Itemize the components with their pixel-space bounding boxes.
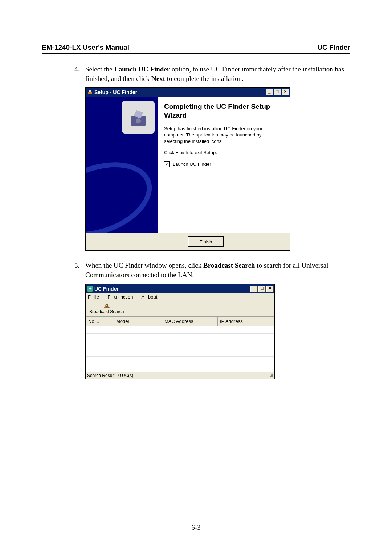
svg-rect-1 (89, 90, 91, 92)
header-right: UC Finder (317, 44, 350, 52)
svg-rect-0 (88, 92, 92, 94)
table-row (86, 326, 274, 333)
col-header-no[interactable]: No▲ (86, 317, 114, 326)
finder-results-table: No▲ Model MAC Address IP Address (86, 317, 274, 372)
checkbox-checked-icon[interactable]: ✓ (164, 161, 170, 167)
broadcast-search-button[interactable]: Broadcast Search (87, 302, 126, 315)
setup-wizard-window: Setup - UC Finder _ □ × Completing the U… (85, 87, 290, 251)
page-number: 6-3 (0, 524, 392, 532)
resize-grip-icon[interactable]: ◢ (269, 373, 273, 378)
broadcast-search-label: Broadcast Search (89, 309, 124, 314)
table-row (86, 356, 274, 364)
col-header-model[interactable]: Model (114, 317, 162, 326)
minimize-button[interactable]: _ (266, 89, 273, 95)
launch-checkbox-row[interactable]: ✓ Launch UC Finder (164, 161, 281, 167)
header-left: EM-1240-LX User's Manual (42, 44, 129, 52)
close-button[interactable]: × (266, 286, 274, 292)
finder-title: UC Finder (94, 286, 250, 292)
status-text: Search Result - 0 UC(s) (87, 373, 133, 378)
minimize-button[interactable]: _ (250, 286, 258, 292)
wizard-footer: Finish (86, 233, 290, 250)
broadcast-search-icon (103, 303, 111, 309)
menu-about[interactable]: About (141, 294, 161, 300)
step-5-text: When the UC Finder window opens, click B… (85, 261, 350, 279)
sort-asc-icon: ▲ (97, 320, 100, 324)
table-row (86, 333, 274, 341)
finder-toolbar: Broadcast Search (86, 301, 274, 317)
finish-button[interactable]: Finish (188, 236, 224, 247)
step-4-text: Select the Launch UC Finder option, to u… (85, 65, 350, 83)
svg-point-3 (136, 118, 141, 123)
wizard-paragraph-2: Click Finish to exit Setup. (164, 149, 281, 156)
uc-finder-window: ✦ UC Finder _ □ × File Function About Br… (85, 284, 275, 379)
maximize-button[interactable]: □ (258, 286, 266, 292)
step-4-num: 4. (74, 65, 85, 83)
page-header: EM-1240-LX User's Manual UC Finder (42, 44, 350, 54)
step-5: 5. When the UC Finder window opens, clic… (74, 261, 350, 279)
wizard-heading: Completing the UC Finder Setup Wizard (164, 102, 281, 120)
finder-menubar: File Function About (86, 293, 274, 301)
launch-checkbox-label: Launch UC Finder (172, 161, 212, 167)
wizard-title: Setup - UC Finder (94, 89, 266, 95)
menu-file[interactable]: File (88, 294, 103, 300)
table-row (86, 349, 274, 356)
step-5-num: 5. (74, 261, 85, 279)
finder-titlebar: ✦ UC Finder _ □ × (86, 284, 274, 293)
close-button[interactable]: × (282, 89, 289, 95)
wizard-titlebar: Setup - UC Finder _ □ × (86, 88, 290, 97)
wizard-sidebar-image (86, 97, 158, 233)
col-header-mac[interactable]: MAC Address (162, 317, 218, 326)
step-4: 4. Select the Launch UC Finder option, t… (74, 65, 350, 83)
uc-finder-app-icon: ✦ (87, 286, 93, 292)
maximize-button: □ (274, 89, 281, 95)
wizard-paragraph-1: Setup has finished installing UC Finder … (164, 126, 281, 145)
installer-icon (87, 89, 93, 95)
col-header-ip[interactable]: IP Address (218, 317, 266, 326)
wizard-art-icon (122, 101, 155, 134)
table-row (86, 341, 274, 349)
col-header-end (266, 317, 274, 326)
menu-function[interactable]: Function (108, 294, 137, 300)
table-row (86, 364, 274, 372)
finder-statusbar: Search Result - 0 UC(s) ◢ (86, 372, 274, 379)
